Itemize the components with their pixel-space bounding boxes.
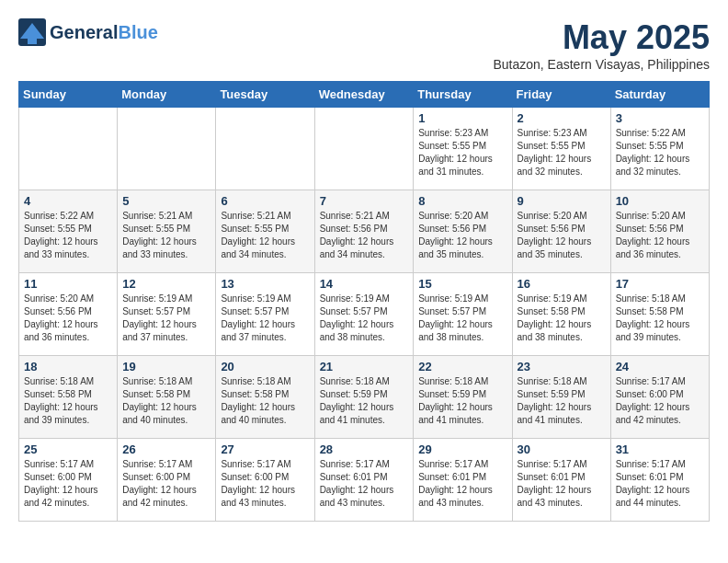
calendar-cell — [118, 108, 216, 190]
day-info: Sunrise: 5:18 AM Sunset: 5:58 PM Dayligh… — [122, 375, 210, 427]
page-header: GeneralBlue May 2025 Butazon, Eastern Vi… — [18, 18, 710, 72]
day-info: Sunrise: 5:22 AM Sunset: 5:55 PM Dayligh… — [616, 127, 704, 178]
calendar-cell: 16Sunrise: 5:19 AM Sunset: 5:58 PM Dayli… — [512, 273, 610, 356]
day-number: 8 — [418, 194, 506, 208]
day-number: 26 — [122, 442, 210, 456]
day-number: 17 — [616, 277, 704, 291]
calendar-table: SundayMondayTuesdayWednesdayThursdayFrid… — [18, 81, 710, 522]
day-number: 1 — [418, 111, 506, 125]
day-number: 15 — [418, 277, 506, 291]
day-info: Sunrise: 5:19 AM Sunset: 5:57 PM Dayligh… — [221, 293, 309, 344]
calendar-cell: 20Sunrise: 5:18 AM Sunset: 5:58 PM Dayli… — [216, 356, 314, 439]
day-info: Sunrise: 5:19 AM Sunset: 5:58 PM Dayligh… — [518, 293, 606, 344]
calendar-cell — [314, 108, 414, 190]
day-number: 21 — [320, 360, 409, 373]
day-info: Sunrise: 5:17 AM Sunset: 6:00 PM Dayligh… — [221, 458, 309, 510]
calendar-week-2: 4Sunrise: 5:22 AM Sunset: 5:55 PM Daylig… — [19, 190, 710, 273]
calendar-cell: 4Sunrise: 5:22 AM Sunset: 5:55 PM Daylig… — [19, 190, 118, 273]
day-info: Sunrise: 5:20 AM Sunset: 5:56 PM Dayligh… — [518, 210, 606, 261]
calendar-cell: 29Sunrise: 5:17 AM Sunset: 6:01 PM Dayli… — [414, 439, 512, 522]
calendar-cell: 21Sunrise: 5:18 AM Sunset: 5:59 PM Dayli… — [314, 356, 414, 439]
day-number: 19 — [122, 360, 210, 373]
day-header-sunday: Sunday — [19, 82, 118, 108]
title-block: May 2025 Butazon, Eastern Visayas, Phili… — [493, 18, 710, 72]
calendar-cell — [216, 108, 314, 190]
calendar-cell: 18Sunrise: 5:18 AM Sunset: 5:58 PM Dayli… — [19, 356, 118, 439]
day-number: 18 — [24, 360, 112, 373]
day-info: Sunrise: 5:18 AM Sunset: 5:59 PM Dayligh… — [418, 375, 506, 427]
day-info: Sunrise: 5:17 AM Sunset: 6:01 PM Dayligh… — [518, 458, 606, 510]
day-info: Sunrise: 5:20 AM Sunset: 5:56 PM Dayligh… — [616, 210, 704, 261]
day-info: Sunrise: 5:21 AM Sunset: 5:56 PM Dayligh… — [320, 210, 409, 261]
day-info: Sunrise: 5:20 AM Sunset: 5:56 PM Dayligh… — [24, 293, 112, 344]
day-number: 3 — [616, 111, 704, 125]
day-number: 14 — [320, 277, 409, 291]
day-number: 2 — [518, 111, 606, 125]
day-number: 11 — [24, 277, 112, 291]
day-number: 4 — [24, 194, 112, 208]
day-number: 12 — [122, 277, 210, 291]
logo-text: GeneralBlue — [50, 22, 158, 42]
day-number: 10 — [616, 194, 704, 208]
calendar-cell: 28Sunrise: 5:17 AM Sunset: 6:01 PM Dayli… — [314, 439, 414, 522]
day-info: Sunrise: 5:21 AM Sunset: 5:55 PM Dayligh… — [221, 210, 309, 261]
calendar-cell: 6Sunrise: 5:21 AM Sunset: 5:55 PM Daylig… — [216, 190, 314, 273]
day-header-saturday: Saturday — [610, 82, 709, 108]
logo: GeneralBlue — [18, 18, 158, 46]
day-info: Sunrise: 5:21 AM Sunset: 5:55 PM Dayligh… — [122, 210, 210, 261]
day-info: Sunrise: 5:23 AM Sunset: 5:55 PM Dayligh… — [518, 127, 606, 178]
day-number: 6 — [221, 194, 309, 208]
calendar-cell: 14Sunrise: 5:19 AM Sunset: 5:57 PM Dayli… — [314, 273, 414, 356]
day-number: 23 — [518, 360, 606, 373]
calendar-header-row: SundayMondayTuesdayWednesdayThursdayFrid… — [19, 82, 710, 108]
calendar-cell — [19, 108, 118, 190]
calendar-cell: 15Sunrise: 5:19 AM Sunset: 5:57 PM Dayli… — [414, 273, 512, 356]
calendar-cell: 19Sunrise: 5:18 AM Sunset: 5:58 PM Dayli… — [118, 356, 216, 439]
day-header-thursday: Thursday — [414, 82, 512, 108]
day-info: Sunrise: 5:18 AM Sunset: 5:58 PM Dayligh… — [616, 293, 704, 344]
day-number: 27 — [221, 442, 309, 456]
day-info: Sunrise: 5:17 AM Sunset: 6:01 PM Dayligh… — [418, 458, 506, 510]
calendar-cell: 12Sunrise: 5:19 AM Sunset: 5:57 PM Dayli… — [118, 273, 216, 356]
day-info: Sunrise: 5:18 AM Sunset: 5:58 PM Dayligh… — [221, 375, 309, 427]
calendar-cell: 24Sunrise: 5:17 AM Sunset: 6:00 PM Dayli… — [610, 356, 709, 439]
calendar-cell: 1Sunrise: 5:23 AM Sunset: 5:55 PM Daylig… — [414, 108, 512, 190]
day-info: Sunrise: 5:22 AM Sunset: 5:55 PM Dayligh… — [24, 210, 112, 261]
calendar-cell: 11Sunrise: 5:20 AM Sunset: 5:56 PM Dayli… — [19, 273, 118, 356]
day-number: 28 — [320, 442, 409, 456]
day-info: Sunrise: 5:19 AM Sunset: 5:57 PM Dayligh… — [320, 293, 409, 344]
day-number: 9 — [518, 194, 606, 208]
day-header-friday: Friday — [512, 82, 610, 108]
day-number: 7 — [320, 194, 409, 208]
day-number: 29 — [418, 442, 506, 456]
day-info: Sunrise: 5:17 AM Sunset: 6:01 PM Dayligh… — [320, 458, 409, 510]
calendar-cell: 13Sunrise: 5:19 AM Sunset: 5:57 PM Dayli… — [216, 273, 314, 356]
day-number: 5 — [122, 194, 210, 208]
day-header-tuesday: Tuesday — [216, 82, 314, 108]
day-info: Sunrise: 5:18 AM Sunset: 5:59 PM Dayligh… — [518, 375, 606, 427]
location: Butazon, Eastern Visayas, Philippines — [493, 57, 710, 72]
day-number: 13 — [221, 277, 309, 291]
day-info: Sunrise: 5:19 AM Sunset: 5:57 PM Dayligh… — [122, 293, 210, 344]
calendar-cell: 9Sunrise: 5:20 AM Sunset: 5:56 PM Daylig… — [512, 190, 610, 273]
day-info: Sunrise: 5:18 AM Sunset: 5:59 PM Dayligh… — [320, 375, 409, 427]
day-header-monday: Monday — [118, 82, 216, 108]
day-number: 16 — [518, 277, 606, 291]
calendar-cell: 5Sunrise: 5:21 AM Sunset: 5:55 PM Daylig… — [118, 190, 216, 273]
calendar-cell: 2Sunrise: 5:23 AM Sunset: 5:55 PM Daylig… — [512, 108, 610, 190]
calendar-cell: 3Sunrise: 5:22 AM Sunset: 5:55 PM Daylig… — [610, 108, 709, 190]
day-info: Sunrise: 5:17 AM Sunset: 6:00 PM Dayligh… — [24, 458, 112, 510]
day-info: Sunrise: 5:17 AM Sunset: 6:00 PM Dayligh… — [616, 375, 704, 427]
day-info: Sunrise: 5:23 AM Sunset: 5:55 PM Dayligh… — [418, 127, 506, 178]
day-number: 25 — [24, 442, 112, 456]
calendar-cell: 26Sunrise: 5:17 AM Sunset: 6:00 PM Dayli… — [118, 439, 216, 522]
calendar-cell: 31Sunrise: 5:17 AM Sunset: 6:01 PM Dayli… — [610, 439, 709, 522]
day-info: Sunrise: 5:17 AM Sunset: 6:01 PM Dayligh… — [616, 458, 704, 510]
day-number: 31 — [616, 442, 704, 456]
logo-icon — [18, 18, 46, 46]
month-title: May 2025 — [493, 18, 710, 57]
day-info: Sunrise: 5:18 AM Sunset: 5:58 PM Dayligh… — [24, 375, 112, 427]
day-number: 30 — [518, 442, 606, 456]
day-number: 20 — [221, 360, 309, 373]
calendar-cell: 8Sunrise: 5:20 AM Sunset: 5:56 PM Daylig… — [414, 190, 512, 273]
